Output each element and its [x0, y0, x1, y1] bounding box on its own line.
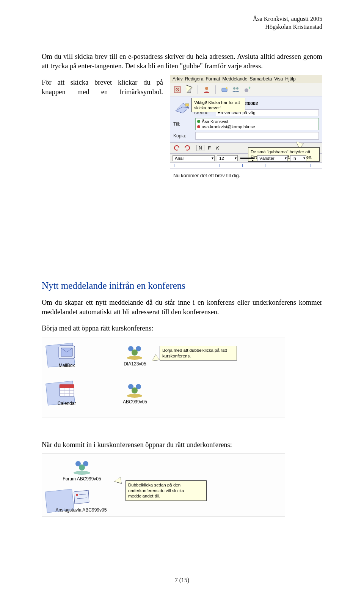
underconference-screenshot: Forum ABC999v05 Anslagstavla ABC999v05 D… [42, 453, 285, 517]
cc-input[interactable] [195, 132, 319, 140]
page-header: Åsa Kronkvist, augusti 2005 Högskolan Kr… [42, 15, 322, 31]
menu-meddelande[interactable]: Meddelande [222, 76, 247, 82]
svg-point-9 [245, 88, 248, 92]
conference-dia-icon[interactable]: DIA123v05 [118, 343, 152, 367]
message-body-input[interactable]: Nu kommer det ett brev till dig. [170, 168, 322, 190]
menubar: Arkiv Redigera Format Meddelande Samarbe… [170, 75, 322, 83]
desktop-screenshot: MailBox Calendar DIA123v05 ABC999v05 Bör… [42, 337, 285, 417]
section-heading: Nytt meddelande inifrån en konferens [42, 280, 322, 291]
svg-point-4 [205, 87, 208, 90]
menu-format[interactable]: Format [206, 76, 220, 82]
format-normal-button[interactable]: N [196, 145, 204, 151]
send-tooltip: Viktigt! Klicka här för att skicka breve… [191, 98, 245, 113]
font-color-select[interactable] [240, 157, 255, 159]
page-footer: 7 (15) [0, 577, 364, 584]
mailbox-icon[interactable]: MailBox [50, 343, 84, 368]
menu-visa[interactable]: Visa [274, 76, 283, 82]
svg-point-6 [226, 87, 228, 89]
lang-select[interactable]: In [290, 155, 306, 161]
forum-icon[interactable]: Forum ABC999v05 [53, 458, 110, 482]
add-icon[interactable]: + [243, 85, 251, 94]
menu-samarbeta[interactable]: Samarbeta [249, 76, 272, 82]
align-select[interactable]: Vänster [257, 155, 288, 161]
group-icon[interactable] [232, 85, 240, 94]
to-label: Till: [173, 121, 195, 127]
forum-label: Forum ABC999v05 [53, 476, 110, 482]
send-stamp-icon[interactable] [173, 85, 182, 94]
to-email: asa.kronkvist@komp.hkr.se [202, 124, 255, 129]
svg-point-31 [76, 494, 78, 496]
person-icon[interactable] [202, 85, 211, 94]
conference-dia-label: DIA123v05 [118, 361, 152, 367]
ruler [170, 163, 322, 168]
menu-hjalp[interactable]: Hjälp [285, 76, 295, 82]
toolbar: + [170, 83, 322, 96]
person-dot-icon [197, 120, 200, 123]
svg-point-25 [132, 387, 138, 394]
svg-point-21 [132, 349, 138, 356]
email-client-screenshot: Arkiv Redigera Format Meddelande Samarbe… [170, 75, 322, 190]
undo-icon[interactable] [173, 144, 181, 152]
format-italic-button[interactable]: K [215, 145, 221, 151]
format-bold-button[interactable]: F [207, 145, 212, 151]
to-input[interactable]: Åsa Kronkvist asa.kronkvist@komp.hkr.se [195, 118, 319, 130]
section-paragraph-3: När du kommit in i kurskonferensen öppna… [42, 440, 322, 450]
attach-icon[interactable] [220, 85, 229, 94]
svg-rect-11 [185, 104, 189, 106]
header-line-2: Högskolan Kristianstad [42, 23, 322, 31]
conference-abc-icon[interactable]: ABC999v05 [118, 381, 152, 405]
svg-point-26 [127, 394, 142, 398]
svg-point-8 [236, 87, 238, 90]
redo-icon[interactable] [183, 144, 191, 152]
anslagstavla-icon[interactable]: Anslagstavla ABC999v05 [49, 488, 113, 513]
conference-abc-label: ABC999v05 [118, 399, 152, 405]
underconf-tooltip: Dubbelklicka sedan på den underkonferens… [126, 480, 207, 501]
calendar-icon[interactable]: Calendar [50, 381, 84, 406]
svg-text:+: + [248, 86, 251, 90]
intro-paragraph-1: Om du vill skicka brev till en e-postadr… [42, 52, 322, 71]
mailbox-label: MailBox [50, 363, 84, 368]
font-size-select[interactable]: 12 [217, 155, 238, 161]
section-paragraph-2: Börja med att öppna rätt kurskonferens: [42, 324, 322, 333]
person-dot-icon [197, 125, 200, 128]
to-name: Åsa Kronkvist [202, 119, 228, 124]
font-family-select[interactable]: Arial [173, 155, 215, 161]
svg-point-7 [233, 87, 235, 90]
svg-point-29 [79, 464, 85, 471]
svg-point-30 [74, 471, 90, 475]
header-line-1: Åsa Kronkvist, augusti 2005 [42, 15, 322, 23]
envelope-icon [174, 100, 191, 115]
anslagstavla-label: Anslagstavla ABC999v05 [49, 507, 113, 513]
desktop-tooltip: Börja med att dubbelklicka på rätt kursk… [160, 346, 237, 360]
svg-rect-14 [60, 384, 74, 388]
svg-point-22 [127, 356, 142, 360]
menu-arkiv[interactable]: Arkiv [173, 76, 183, 82]
calendar-label: Calendar [50, 401, 84, 406]
section-paragraph-1: Om du skapar ett nytt meddelande då du s… [42, 298, 322, 317]
cc-label: Kopia: [173, 133, 195, 139]
menu-redigera[interactable]: Redigera [185, 76, 204, 82]
